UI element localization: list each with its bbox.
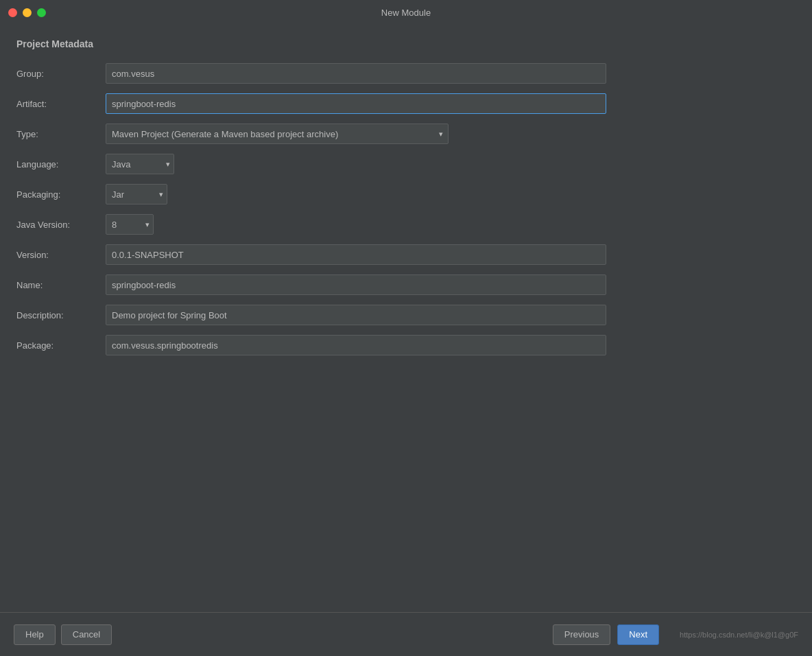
packaging-select-container: Jar	[106, 184, 167, 204]
bottom-left-buttons: Help Cancel	[14, 624, 112, 645]
java-version-select-wrapper: 8	[106, 214, 606, 235]
artifact-label: Artifact:	[16, 99, 106, 109]
group-label: Group:	[16, 69, 106, 79]
name-input[interactable]	[106, 274, 606, 295]
type-select-wrapper: Maven Project (Generate a Maven based pr…	[106, 124, 606, 144]
type-row: Type: Maven Project (Generate a Maven ba…	[16, 124, 796, 144]
description-input[interactable]	[106, 305, 606, 325]
version-input[interactable]	[106, 244, 606, 265]
window-title: New Module	[381, 8, 431, 18]
packaging-select-wrapper: Jar	[106, 184, 606, 204]
version-label: Version:	[16, 250, 106, 260]
version-row: Version:	[16, 244, 796, 265]
packaging-label: Packaging:	[16, 189, 106, 200]
group-row: Group:	[16, 63, 796, 84]
help-button[interactable]: Help	[14, 624, 56, 645]
language-label: Language:	[16, 159, 106, 169]
package-row: Package:	[16, 335, 796, 355]
type-select[interactable]: Maven Project (Generate a Maven based pr…	[106, 124, 449, 144]
close-button[interactable]	[8, 8, 17, 17]
name-row: Name:	[16, 274, 796, 295]
type-label: Type:	[16, 129, 106, 139]
package-label: Package:	[16, 340, 106, 351]
group-input-wrapper	[106, 63, 606, 84]
minimize-button[interactable]	[23, 8, 32, 17]
description-input-wrapper	[106, 305, 606, 325]
next-button[interactable]: Next	[617, 624, 659, 645]
java-version-select-container: 8	[106, 214, 154, 235]
artifact-row: Artifact:	[16, 93, 796, 114]
group-input[interactable]	[106, 63, 606, 84]
bottom-right-buttons: Previous Next https://blog.csdn.net/li@k…	[553, 624, 798, 645]
java-version-select[interactable]: 8	[106, 214, 154, 235]
section-title: Project Metadata	[16, 38, 796, 49]
package-input[interactable]	[106, 335, 606, 355]
artifact-input[interactable]	[106, 93, 606, 114]
previous-button[interactable]: Previous	[553, 624, 611, 645]
packaging-row: Packaging: Jar	[16, 184, 796, 204]
packaging-select[interactable]: Jar	[106, 184, 167, 204]
maximize-button[interactable]	[37, 8, 46, 17]
language-row: Language: Java	[16, 154, 796, 174]
name-label: Name:	[16, 280, 106, 290]
language-select-container: Java	[106, 154, 174, 174]
window-controls	[8, 8, 46, 17]
name-input-wrapper	[106, 274, 606, 295]
type-select-container: Maven Project (Generate a Maven based pr…	[106, 124, 449, 144]
language-select-wrapper: Java	[106, 154, 606, 174]
description-label: Description:	[16, 310, 106, 320]
cancel-button[interactable]: Cancel	[61, 624, 112, 645]
version-input-wrapper	[106, 244, 606, 265]
title-bar: New Module	[0, 0, 812, 25]
package-input-wrapper	[106, 335, 606, 355]
artifact-input-wrapper	[106, 93, 606, 114]
java-version-row: Java Version: 8	[16, 214, 796, 235]
language-select[interactable]: Java	[106, 154, 174, 174]
java-version-label: Java Version:	[16, 220, 106, 230]
watermark: https://blog.csdn.net/li@k@l1@g0F	[680, 631, 798, 639]
bottom-bar: Help Cancel Previous Next https://blog.c…	[0, 612, 812, 656]
description-row: Description:	[16, 305, 796, 325]
main-content: Project Metadata Group: Artifact: Type: …	[0, 25, 812, 612]
